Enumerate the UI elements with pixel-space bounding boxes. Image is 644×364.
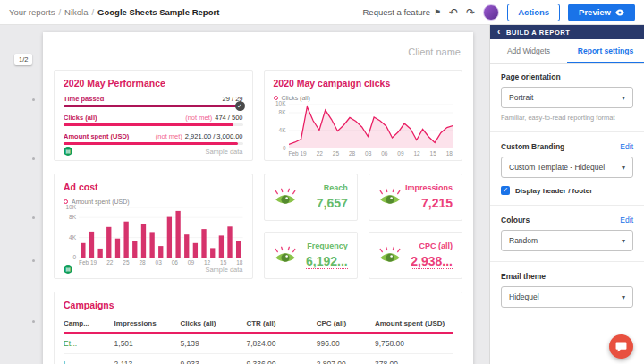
widget-handle-dot [32,259,35,262]
divider [490,205,644,206]
x-axis-tick-label: 22 [317,150,323,157]
display-header-footer-checkbox[interactable]: ✓ [501,186,510,195]
kpi-label: Reach [317,183,348,192]
widget-handle-dot [32,216,35,219]
custom-branding-edit-link[interactable]: Edit [620,142,633,151]
eye-icon [274,188,297,207]
table-header-cell: CTR (all) [246,317,316,333]
kpi-label: Impressions [405,183,453,192]
breadcrumb-your-reports[interactable]: Your reports [9,7,55,17]
tab-add-widgets[interactable]: Add Widgets [490,39,567,63]
widget-handle-dot [32,157,35,160]
email-theme-select[interactable]: Hidequel ▾ [501,286,633,308]
actions-button[interactable]: Actions [507,4,560,21]
line-chart-svg [289,104,453,148]
page-orientation-select[interactable]: Portrait ▾ [501,87,633,108]
eye-icon [274,246,297,266]
chart-legend: Clicks (all) [274,95,453,101]
page-orientation-label: Page orientation [501,72,633,81]
kpi-value: 2,938... [411,254,453,269]
goal-status: (not met) [156,132,182,140]
chat-bubble-icon [615,342,627,352]
kpi-label: Frequency [306,241,348,250]
table-row[interactable]: Et...1,5015,1397,824.00996.009,758.00 [64,333,453,354]
divider [490,261,644,262]
sample-data-label: Sample data [205,148,242,156]
undo-icon[interactable]: ↶ [449,7,458,18]
table-header-row: Camp...ImpressionsClicks (all)CTR (all)C… [64,317,453,333]
breadcrumb-separator: / [91,7,94,17]
widget-performance-goals[interactable]: 2020 May Performance Time passed 29 / 29… [54,70,253,161]
table-header-cell: Impressions [114,317,181,333]
user-avatar[interactable] [483,4,499,21]
email-theme-label: Email theme [501,272,633,281]
preview-button-label: Preview [579,7,611,17]
y-axis-tick-label: 10K [275,100,286,106]
collapse-panel-icon[interactable]: ‹ [497,28,501,37]
goal-progress-bar: ✓ [64,105,243,107]
table-header-cell: CPC (all) [317,317,375,333]
breadcrumb-report-title: Google Sheets Sample Report [97,7,219,17]
colours-select[interactable]: Random ▾ [501,230,633,251]
line-chart [289,104,453,148]
kpi-card-reach[interactable]: Reach 7,657 [264,174,358,221]
x-axis-tick-label: 12 [413,150,419,157]
email-theme-value: Hidequel [509,292,539,301]
tab-report-settings[interactable]: Report settings [567,39,644,63]
request-feature-label: Request a feature [363,7,431,17]
app-window: Your reports / Nikola / Google Sheets Sa… [0,0,644,364]
widget-campaign-clicks-chart[interactable]: 2020 May campaign clicks Clicks (all) 10… [264,70,463,161]
y-axis-tick-label: 10K [65,204,76,210]
chat-support-button[interactable] [609,334,633,359]
page-orientation-value: Portrait [509,93,533,102]
y-axis-tick-label: 0 [283,145,286,151]
table-header-cell: Clicks (all) [180,317,246,333]
sidebar-content: Page orientation Portrait ▾ Familiar, ea… [490,64,644,364]
x-axis-tick-label: 28 [349,150,355,157]
campaigns-table: Camp...ImpressionsClicks (all)CTR (all)C… [64,317,453,364]
kpi-card-frequency[interactable]: Frequency 6,192... [264,232,358,279]
widget-handle-dot [32,320,35,323]
report-page: Client name 2020 May Performance Time pa… [43,32,473,364]
client-name-placeholder[interactable]: Client name [54,47,461,59]
widget-campaigns-table[interactable]: Campaigns Camp...ImpressionsClicks (all)… [54,292,462,364]
topbar: Your reports / Nikola / Google Sheets Sa… [0,0,644,25]
custom-branding-label: Custom Branding [501,142,564,151]
legend-label: Amount spent (USD) [72,199,130,205]
line-chart-y-axis: 10K8K4K0 [274,104,289,148]
eye-icon [378,246,402,266]
x-axis-tick-label: 15 [430,150,436,157]
table-row[interactable]: L...2,1139,9339,336.002,807.00378.00 [64,354,453,364]
custom-branding-value: Custom Template - Hidequel [509,163,605,172]
breadcrumb-folder[interactable]: Nikola [64,7,88,17]
sidebar-header-label: BUILD A REPORT [506,29,571,37]
preview-button[interactable]: Preview [568,4,635,21]
goal-status: (not met) [185,114,212,122]
redo-icon[interactable]: ↷ [466,7,475,18]
table-cell: L... [64,354,114,364]
widget-ad-cost-chart[interactable]: Ad cost Amount spent (USD) 10K8K4K0 Feb … [54,174,253,279]
display-header-footer-row: ✓ Display header / footer [501,186,633,195]
goal-progress-fill [64,142,238,145]
widget-title: Ad cost [64,182,243,192]
goal-row-amount-spent: Amount spent (USD) (not met)2,921.00 / 3… [64,132,243,145]
table-cell: Et... [64,333,114,354]
divider [490,131,644,132]
goal-value: (not met)2,921.00 / 3,000.00 [156,132,243,140]
request-feature-link[interactable]: Request a feature ⚑ [363,7,442,17]
table-cell: 9,336.00 [246,354,316,364]
table-header-cell: Camp... [64,317,114,333]
main-area: 1/2 Client name 2020 May Performance Tim… [0,25,644,364]
x-axis-tick-label: 06 [381,150,387,157]
x-axis-tick-label: 03 [365,150,371,157]
x-axis-tick-label: 09 [397,150,403,157]
kpi-card-cpc[interactable]: CPC (all) 2,938... [369,232,462,279]
goal-met-check-icon: ✓ [235,101,245,111]
report-canvas: 1/2 Client name 2020 May Performance Tim… [0,25,489,364]
table-header-cell: Amount spent (USD) [375,317,453,333]
kpi-card-impressions[interactable]: Impressions 7,215 [369,174,462,221]
colours-edit-link[interactable]: Edit [620,216,633,224]
custom-branding-select[interactable]: Custom Template - Hidequel ▾ [501,157,633,178]
sidebar-tabs: Add Widgets Report settings [490,39,644,64]
kpi-value: 6,192... [306,254,348,269]
